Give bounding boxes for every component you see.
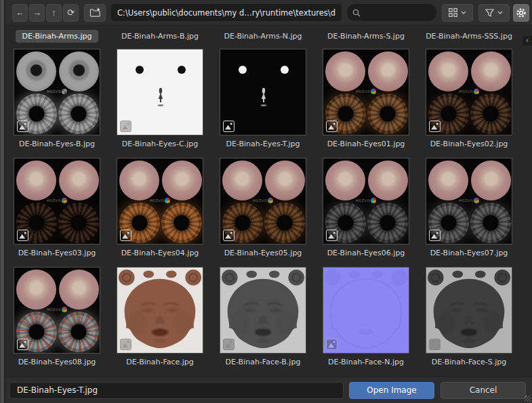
watermark-logo: MOZVIS bbox=[356, 198, 376, 203]
image-file-icon bbox=[120, 230, 131, 241]
file-thumbnail[interactable] bbox=[117, 267, 203, 354]
file-thumbnail[interactable]: MOZVIS bbox=[323, 49, 409, 135]
file-name-label: DE-Binah-Eyes03.jpg bbox=[14, 249, 100, 257]
resize-grip[interactable] bbox=[525, 396, 531, 402]
image-file-icon bbox=[17, 230, 28, 241]
file-label[interactable]: DE-Binah-Arms-SSS.jpg bbox=[419, 30, 519, 43]
back-button[interactable]: ← bbox=[12, 4, 28, 22]
chevron-left-icon: ‹ bbox=[526, 37, 529, 44]
chevron-down-icon bbox=[497, 11, 503, 14]
file-tile[interactable]: MOZVIS DE-Binah-Eyes07.jpg bbox=[426, 158, 512, 257]
file-tile[interactable]: DE-Binah-Face-N.jpg bbox=[323, 267, 409, 366]
watermark-logo: MOZVIS bbox=[150, 198, 170, 203]
file-tile[interactable]: DE-Binah-Eyes-T.jpg bbox=[220, 49, 306, 148]
file-thumbnail[interactable] bbox=[220, 49, 306, 135]
file-tile[interactable]: DE-Binah-Eyes-C.jpg bbox=[117, 49, 203, 148]
file-grid: DE-Binah-Arms.jpgDE-Binah-Arms-B.jpgDE-B… bbox=[5, 26, 532, 366]
file-browser-toolbar: ← → ↑ ⟳ C:\Users\public\documents\my d…r… bbox=[5, 0, 532, 26]
navigation-buttons: ← → ↑ ⟳ bbox=[12, 4, 79, 22]
thumbnail-grid-icon bbox=[449, 8, 457, 17]
file-label-cell: DE-Binah-Arms.jpg bbox=[14, 30, 100, 43]
file-name-label: DE-Binah-Eyes06.jpg bbox=[323, 249, 409, 257]
chevron-down-icon bbox=[461, 11, 466, 14]
image-file-icon bbox=[429, 121, 441, 132]
image-file-icon bbox=[223, 339, 234, 350]
file-list-area[interactable]: DE-Binah-Arms.jpgDE-Binah-Arms-B.jpgDE-B… bbox=[5, 26, 532, 377]
file-thumbnail[interactable]: MOZVIS bbox=[14, 49, 100, 135]
parent-directory-button[interactable]: ↑ bbox=[46, 4, 62, 22]
file-thumbnail[interactable]: MOZVIS bbox=[220, 158, 306, 245]
file-name-label: DE-Binah-Eyes08.jpg bbox=[14, 358, 100, 366]
tiny-figure-graphic bbox=[156, 87, 165, 108]
refresh-button[interactable]: ⟳ bbox=[63, 4, 79, 22]
image-file-icon bbox=[326, 339, 337, 350]
file-name-label: DE-Binah-Face-S.jpg bbox=[426, 358, 512, 366]
search-input[interactable] bbox=[347, 4, 436, 21]
file-tile[interactable]: MOZVIS DE-Binah-Eyes08.jpg bbox=[14, 267, 100, 366]
search-icon bbox=[352, 9, 361, 17]
file-name-label: DE-Binah-Eyes05.jpg bbox=[220, 249, 306, 257]
watermark-logo: MOZVIS bbox=[459, 89, 479, 94]
file-thumbnail[interactable]: MOZVIS bbox=[323, 158, 409, 245]
file-name-label: DE-Binah-Eyes-B.jpg bbox=[14, 140, 100, 148]
file-thumbnail[interactable] bbox=[117, 49, 203, 135]
tiny-figure-graphic bbox=[259, 87, 268, 108]
file-tile[interactable]: MOZVIS DE-Binah-Eyes04.jpg bbox=[117, 158, 203, 257]
window-edge-strip bbox=[0, 0, 5, 403]
filename-input[interactable]: DE-Binah-Eyes-T.jpg bbox=[9, 382, 344, 399]
forward-button[interactable]: → bbox=[29, 4, 45, 22]
footer-bar: DE-Binah-Eyes-T.jpg Open Image Cancel bbox=[5, 377, 532, 403]
file-thumbnail[interactable]: MOZVIS bbox=[426, 158, 512, 245]
path-field[interactable]: C:\Users\public\documents\my d…ry\runtim… bbox=[111, 4, 342, 21]
watermark-logo: MOZVIS bbox=[47, 89, 67, 94]
refresh-icon: ⟳ bbox=[67, 8, 75, 17]
image-file-icon bbox=[326, 121, 337, 132]
file-label[interactable]: DE-Binah-Arms-N.jpg bbox=[217, 30, 308, 43]
file-thumbnail[interactable]: MOZVIS bbox=[14, 158, 100, 245]
path-text: C:\Users\public\documents\my d…ry\runtim… bbox=[117, 8, 335, 18]
sidebar-expand-toggle[interactable]: ‹ bbox=[523, 36, 532, 45]
file-tile[interactable]: MOZVIS DE-Binah-Eyes02.jpg bbox=[426, 49, 512, 148]
file-tile[interactable]: MOZVIS DE-Binah-Eyes03.jpg bbox=[14, 158, 100, 257]
image-file-icon bbox=[429, 230, 441, 241]
file-tile[interactable]: MOZVIS DE-Binah-Eyes01.jpg bbox=[323, 49, 409, 148]
file-thumbnail[interactable]: MOZVIS bbox=[426, 49, 512, 135]
filter-button[interactable] bbox=[478, 4, 510, 22]
file-tile[interactable]: DE-Binah-Face-S.jpg bbox=[426, 267, 512, 366]
filename-text: DE-Binah-Eyes-T.jpg bbox=[17, 385, 98, 395]
up-arrow-icon: ↑ bbox=[52, 8, 56, 17]
cancel-button[interactable]: Cancel bbox=[441, 382, 526, 399]
file-label[interactable]: DE-Binah-Arms-S.jpg bbox=[321, 30, 411, 43]
open-image-button[interactable]: Open Image bbox=[349, 382, 434, 399]
file-thumbnail[interactable] bbox=[426, 267, 512, 354]
file-thumbnail[interactable]: MOZVIS bbox=[14, 267, 100, 354]
file-name-label: DE-Binah-Eyes01.jpg bbox=[323, 140, 409, 148]
file-name-label: DE-Binah-Face-N.jpg bbox=[323, 358, 409, 366]
watermark-logo: MOZVIS bbox=[356, 89, 376, 94]
watermark-logo: MOZVIS bbox=[253, 198, 273, 203]
settings-button[interactable] bbox=[513, 4, 529, 22]
file-label-cell: DE-Binah-Arms-S.jpg bbox=[323, 30, 409, 43]
file-tile[interactable]: MOZVIS DE-Binah-Eyes05.jpg bbox=[220, 158, 306, 257]
file-label[interactable]: DE-Binah-Arms-B.jpg bbox=[115, 30, 205, 43]
image-file-icon bbox=[223, 121, 234, 132]
file-thumbnail[interactable] bbox=[323, 267, 409, 354]
file-name-label: DE-Binah-Eyes07.jpg bbox=[426, 249, 512, 257]
file-label-cell: DE-Binah-Arms-N.jpg bbox=[220, 30, 306, 43]
display-mode-button[interactable] bbox=[442, 4, 473, 22]
file-tile[interactable]: DE-Binah-Face.jpg bbox=[117, 267, 203, 366]
image-file-icon bbox=[120, 339, 131, 350]
selected-file-label[interactable]: DE-Binah-Arms.jpg bbox=[16, 30, 99, 43]
file-name-label: DE-Binah-Face-B.jpg bbox=[220, 358, 306, 366]
file-thumbnail[interactable] bbox=[220, 267, 306, 354]
watermark-logo: MOZVIS bbox=[47, 198, 67, 203]
back-arrow-icon: ← bbox=[16, 8, 24, 17]
image-file-icon bbox=[120, 121, 131, 132]
file-tile[interactable]: DE-Binah-Face-B.jpg bbox=[220, 267, 306, 366]
file-tile[interactable]: MOZVIS DE-Binah-Eyes-B.jpg bbox=[14, 49, 100, 148]
gear-icon bbox=[516, 7, 527, 18]
file-tile[interactable]: MOZVIS DE-Binah-Eyes06.jpg bbox=[323, 158, 409, 257]
create-directory-button[interactable] bbox=[84, 4, 106, 22]
file-name-label: DE-Binah-Eyes-C.jpg bbox=[117, 140, 203, 148]
file-thumbnail[interactable]: MOZVIS bbox=[117, 158, 203, 245]
